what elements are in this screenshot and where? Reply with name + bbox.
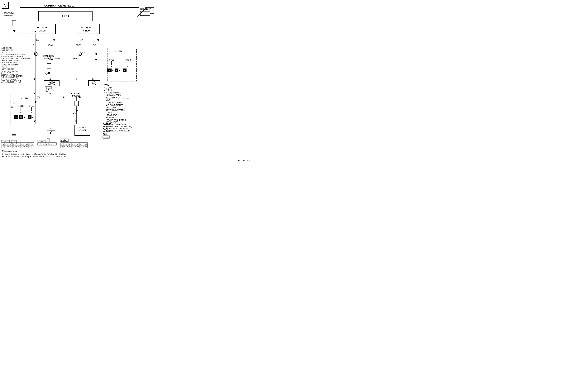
svg-line-91	[46, 89, 50, 90]
svg-text:·TURN-SIGNAL LAMP AND: ·TURN-SIGNAL LAMP AND	[1, 80, 21, 82]
svg-text:4: 4	[69, 144, 70, 145]
svg-marker-107	[13, 102, 15, 103]
svg-text:C-03: C-03	[70, 5, 74, 7]
svg-text:·FULL AUTOMATIC: ·FULL AUTOMATIC	[106, 102, 123, 104]
svg-text:(P): (P)	[63, 96, 65, 98]
svg-text:16: 16	[10, 146, 12, 147]
svg-text:C-03: C-03	[2, 140, 6, 143]
svg-text:ELECTRIC CONTROLLED: ELECTRIC CONTROLLED	[106, 97, 129, 99]
svg-text:15: 15	[72, 146, 73, 147]
svg-text:SENSOR-: SENSOR-	[103, 131, 112, 133]
svg-text:·HEADLAMP MANUAL: ·HEADLAMP MANUAL	[106, 107, 126, 109]
svg-text:HAZARD WARNING LAMP: HAZARD WARNING LAMP	[1, 82, 21, 84]
svg-point-135	[79, 96, 81, 98]
svg-text:★2: ★2	[119, 70, 121, 72]
svg-text:16: 16	[20, 116, 22, 118]
svg-text:<LHD>: <LHD>	[115, 50, 122, 52]
svg-point-49	[95, 53, 97, 55]
svg-text:13: 13	[66, 146, 68, 147]
svg-point-118	[35, 101, 36, 103]
svg-text:★1: LHD: ★1: LHD	[104, 87, 112, 89]
svg-rect-94	[88, 80, 100, 86]
svg-text:17: 17	[13, 146, 14, 147]
page: 5 CPU INTERFACE CIRCUIT INTERFACE CIRCUI…	[0, 0, 262, 163]
svg-text:5: 5	[50, 78, 51, 80]
svg-text:<LHD>: <LHD>	[21, 97, 28, 99]
svg-rect-124	[28, 115, 31, 119]
svg-text:13: 13	[3, 146, 4, 147]
svg-text:22: 22	[80, 39, 83, 41]
svg-text:SOURCE: SOURCE	[78, 129, 87, 132]
svg-text:COMBINATION METER: COMBINATION METER	[44, 4, 72, 7]
svg-rect-119	[14, 115, 18, 119]
svg-text:(G-W): (G-W)	[55, 57, 60, 59]
svg-text:2: 2	[34, 92, 35, 95]
svg-text:·SPARE CONNECTOR: ·SPARE CONNECTOR	[1, 73, 18, 75]
svg-text:5: 5	[15, 116, 16, 118]
svg-text:(FOR REAR DISPLAY): (FOR REAR DISPLAY)	[1, 78, 18, 80]
svg-text:5: 5	[13, 144, 14, 145]
svg-text:·AUDIO SYSTEM: ·AUDIO SYSTEM	[106, 94, 121, 96]
svg-text:1: 1	[39, 144, 39, 145]
svg-marker-40	[35, 30, 36, 32]
svg-rect-10	[140, 11, 150, 15]
svg-text:·: ·	[54, 144, 54, 145]
svg-text:18: 18	[15, 146, 17, 147]
svg-rect-315	[61, 145, 88, 148]
svg-rect-6	[75, 24, 100, 34]
svg-rect-1	[39, 11, 92, 21]
svg-text:·MMCS: ·MMCS	[106, 112, 113, 114]
svg-rect-130	[75, 101, 78, 106]
svg-text:24: 24	[36, 39, 39, 41]
svg-rect-62	[107, 69, 112, 72]
svg-text:5: 5	[124, 70, 125, 72]
page-number: 5	[2, 2, 9, 9]
svg-text:·LEVELLING SYSTEM: ·LEVELLING SYSTEM	[1, 64, 18, 66]
svg-text:4: 4	[76, 78, 77, 80]
svg-text:<F>2B: <F>2B	[125, 59, 131, 61]
svg-text:·SPARE CONNECTOR: ·SPARE CONNECTOR	[1, 70, 18, 72]
svg-text:13: 13	[34, 120, 36, 122]
svg-text:SONAR: SONAR	[48, 81, 55, 84]
svg-text:8: 8	[80, 144, 81, 145]
svg-marker-77	[47, 72, 50, 75]
svg-text:(MU801585): (MU801585)	[61, 141, 69, 143]
svg-text:·HANDS FREE SYSTEM: ·HANDS FREE SYSTEM	[1, 60, 19, 62]
svg-rect-295	[61, 143, 88, 145]
svg-text:16: 16	[108, 70, 111, 72]
svg-text:ECU: ECU	[103, 133, 107, 135]
svg-text:(FOR AUDIO): (FOR AUDIO)	[106, 121, 118, 123]
svg-text:3: 3	[92, 78, 93, 80]
svg-rect-0	[20, 7, 139, 41]
svg-rect-277	[37, 140, 45, 143]
svg-text:(R-W): (R-W)	[76, 44, 81, 46]
svg-point-97	[50, 82, 54, 85]
svg-text:·HEADLAMP MANUAL: ·HEADLAMP MANUAL	[1, 62, 18, 64]
svg-text:2: 2	[29, 116, 30, 118]
svg-text:<F>2B: <F>2B	[109, 59, 114, 61]
svg-rect-50	[108, 48, 136, 82]
svg-text:NOTE: NOTE	[104, 84, 109, 86]
svg-text:·ELECTRIC CONTROLLED 4WD: ·ELECTRIC CONTROLLED 4WD	[1, 53, 25, 55]
svg-rect-121	[19, 115, 23, 119]
svg-text:HAZARD WARNING LAMP: HAZARD WARNING LAMP	[106, 130, 130, 132]
svg-text:AIR CONDITIONER: AIR CONDITIONER	[106, 104, 123, 106]
svg-text:12: 12	[64, 146, 65, 147]
svg-marker-132	[75, 110, 78, 112]
svg-text:C-103: C-103	[38, 140, 43, 143]
svg-marker-158	[49, 133, 51, 134]
svg-text:·TURN-SIGNAL LAMP AND: ·TURN-SIGNAL LAMP AND	[106, 128, 130, 130]
svg-rect-166	[75, 125, 90, 135]
svg-text:19: 19	[18, 146, 20, 147]
svg-text:6: 6	[50, 92, 51, 95]
svg-text:19: 19	[83, 146, 84, 147]
svg-text:SWITCH: SWITCH	[48, 84, 55, 86]
svg-text:POWER: POWER	[79, 127, 86, 129]
svg-text:ILL: ILL	[93, 83, 95, 84]
svg-text:9: 9	[23, 144, 24, 145]
svg-text:6: 6	[15, 144, 16, 145]
svg-text:(FUSE⑨): (FUSE⑨)	[4, 14, 13, 17]
svg-text:10: 10	[26, 144, 28, 145]
svg-text:11: 11	[61, 146, 63, 147]
svg-rect-164	[47, 131, 49, 138]
